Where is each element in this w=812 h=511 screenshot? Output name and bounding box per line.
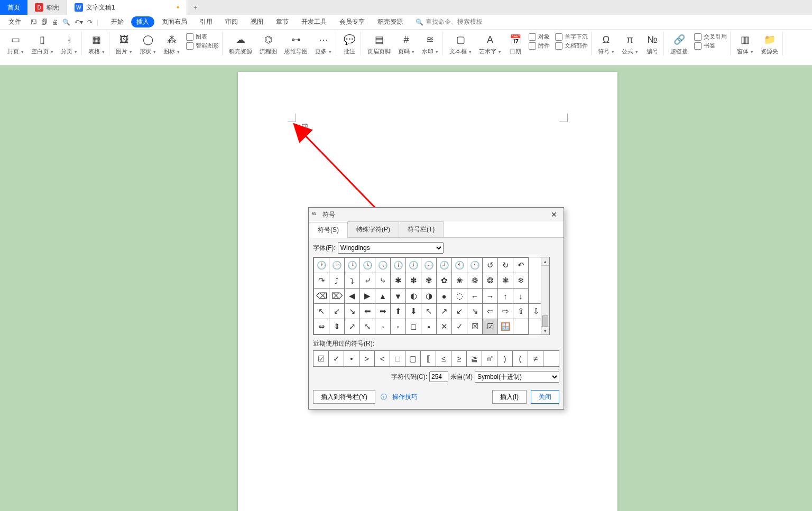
shape-button[interactable]: ◯形状 bbox=[139, 32, 157, 55]
attach-button[interactable]: 附件 bbox=[529, 42, 550, 50]
scroll-up-icon[interactable]: ▴ bbox=[541, 257, 549, 266]
symbol-cell[interactable]: ✾ bbox=[421, 273, 437, 289]
symbol-button[interactable]: Ω符号 bbox=[597, 32, 615, 55]
symbol-cell[interactable]: 🕕 bbox=[391, 258, 406, 273]
symbol-cell[interactable]: ▶ bbox=[360, 289, 375, 304]
recent-symbol-cell[interactable]: • bbox=[344, 351, 359, 366]
charcode-input[interactable] bbox=[429, 371, 448, 382]
cover-button[interactable]: ▭封页 bbox=[6, 32, 25, 55]
symbol-cell[interactable]: 🕖 bbox=[406, 258, 421, 273]
save-icon[interactable]: 🖫 bbox=[31, 18, 37, 26]
watermark-button[interactable]: ≋水印 bbox=[421, 32, 439, 55]
resfolder-button[interactable]: 📁资源夹 bbox=[760, 32, 779, 55]
headerfooter-button[interactable]: ▤页眉页脚 bbox=[366, 32, 392, 55]
menu-layout[interactable]: 页面布局 bbox=[156, 16, 192, 27]
menu-view[interactable]: 视图 bbox=[245, 16, 269, 27]
symbol-cell[interactable]: ❂ bbox=[483, 273, 498, 289]
recent-symbol-cell[interactable]: > bbox=[359, 351, 375, 366]
insert-to-bar-button[interactable]: 插入到符号栏(Y) bbox=[313, 390, 375, 404]
symbol-cell[interactable]: ⇧ bbox=[513, 304, 529, 319]
undo-icon[interactable]: ↶▾ bbox=[75, 18, 83, 26]
saveas-icon[interactable]: 🗐 bbox=[41, 18, 48, 26]
symbol-cell[interactable]: ⤵ bbox=[345, 273, 360, 289]
symbol-cell[interactable]: ⌫ bbox=[314, 289, 329, 304]
pagenum-button[interactable]: #页码 bbox=[397, 32, 416, 55]
menu-review[interactable]: 审阅 bbox=[220, 16, 243, 27]
picture-button[interactable]: 🖼图片 bbox=[115, 32, 133, 55]
dropcap-button[interactable]: 首字下沉 bbox=[555, 33, 588, 41]
symbol-cell[interactable]: 🕒 bbox=[345, 258, 360, 273]
object-button[interactable]: 对象 bbox=[529, 33, 550, 41]
symbol-cell[interactable]: ⇕ bbox=[329, 319, 345, 335]
symbol-cell[interactable]: ↑ bbox=[498, 289, 513, 304]
symbol-cell[interactable]: ◻ bbox=[406, 319, 421, 335]
symbol-cell[interactable]: 🕗 bbox=[421, 258, 437, 273]
textbox-button[interactable]: ▢文本框 bbox=[448, 32, 473, 55]
tab-home[interactable]: 首页 bbox=[0, 0, 27, 15]
symbol-cell[interactable]: ✕ bbox=[437, 319, 452, 335]
symbol-cell[interactable]: ↓ bbox=[513, 289, 529, 304]
symbol-cell[interactable]: ⬆ bbox=[391, 304, 406, 319]
number-button[interactable]: №编号 bbox=[644, 32, 660, 55]
symbol-cell[interactable]: ⤴ bbox=[329, 273, 345, 289]
wordart-button[interactable]: A艺术字 bbox=[478, 32, 502, 55]
command-search[interactable]: 🔍 查找命令、搜索模板 bbox=[416, 17, 483, 26]
add-tab-button[interactable]: ＋ bbox=[187, 0, 204, 15]
symbol-cell[interactable]: 🪟 bbox=[498, 319, 513, 335]
more-button[interactable]: ⋯更多 bbox=[314, 32, 333, 55]
insert-button[interactable]: 插入(I) bbox=[492, 390, 527, 404]
symbol-cell[interactable]: ◐ bbox=[406, 289, 421, 304]
symbol-cell[interactable]: ◀ bbox=[345, 289, 360, 304]
recent-symbol-cell[interactable]: ≧ bbox=[467, 351, 482, 366]
dockerres-button[interactable]: ☁稻壳资源 bbox=[228, 32, 253, 55]
symbol-cell[interactable]: ↘ bbox=[345, 304, 360, 319]
flowchart-button[interactable]: ⌬流程图 bbox=[259, 32, 278, 55]
symbol-cell[interactable]: ▼ bbox=[391, 289, 406, 304]
symbol-cell[interactable]: ✓ bbox=[452, 319, 467, 335]
symbol-cell[interactable]: 🕑 bbox=[329, 258, 345, 273]
recent-symbol-cell[interactable]: □ bbox=[390, 351, 405, 366]
menu-dev[interactable]: 开发工具 bbox=[296, 16, 332, 27]
tab-symbolbar[interactable]: 符号栏(T) bbox=[399, 221, 444, 237]
symbol-cell[interactable]: ↶ bbox=[513, 258, 529, 273]
symbol-cell[interactable]: ▪ bbox=[421, 319, 437, 335]
symbol-cell[interactable]: 🕓 bbox=[360, 258, 375, 273]
hyperlink-button[interactable]: 🔗超链接 bbox=[669, 32, 689, 55]
symbol-cell[interactable]: ☑ bbox=[483, 319, 498, 335]
recent-symbol-cell[interactable]: ) bbox=[497, 351, 513, 366]
symbol-cell[interactable]: ☒ bbox=[467, 319, 483, 335]
smartart-button[interactable]: 智能图形 bbox=[186, 42, 219, 50]
tab-docker[interactable]: D稻壳 bbox=[27, 0, 67, 15]
symbol-cell[interactable]: ↖ bbox=[421, 304, 437, 319]
close-button[interactable]: 关闭 bbox=[531, 390, 559, 404]
scroll-down-icon[interactable]: ▾ bbox=[541, 326, 549, 335]
symbol-cell[interactable]: ▲ bbox=[375, 289, 391, 304]
preview-icon[interactable]: 🔍 bbox=[62, 18, 70, 26]
symbol-cell[interactable]: 🕚 bbox=[467, 258, 483, 273]
menu-vip[interactable]: 会员专享 bbox=[334, 16, 370, 27]
redo-icon[interactable]: ↷ bbox=[87, 18, 93, 26]
pane-button[interactable]: ▥窗体 bbox=[736, 32, 754, 55]
symbol-cell[interactable]: ↙ bbox=[329, 304, 345, 319]
symbol-cell[interactable]: 🕔 bbox=[375, 258, 391, 273]
scroll-thumb[interactable] bbox=[542, 315, 548, 327]
recent-symbol-cell[interactable]: ㎡ bbox=[482, 351, 497, 366]
recent-symbol-cell[interactable]: ≤ bbox=[436, 351, 451, 366]
pagebreak-button[interactable]: ⫞分页 bbox=[60, 32, 78, 55]
from-select[interactable]: Symbol(十进制) bbox=[475, 371, 559, 383]
symbol-cell[interactable] bbox=[513, 319, 529, 335]
symbol-cell[interactable]: ⇨ bbox=[498, 304, 513, 319]
comment-button[interactable]: 💬批注 bbox=[342, 32, 357, 55]
docpart-button[interactable]: 文档部件 bbox=[555, 42, 588, 50]
symbol-cell[interactable]: ⬇ bbox=[406, 304, 421, 319]
symbol-cell[interactable]: ● bbox=[437, 289, 452, 304]
iconlib-button[interactable]: ⁂图标 bbox=[162, 32, 181, 55]
close-icon[interactable]: ✕ bbox=[548, 210, 560, 219]
symbol-cell[interactable]: ◑ bbox=[421, 289, 437, 304]
symbol-cell[interactable]: ⤢ bbox=[345, 319, 360, 335]
menu-section[interactable]: 章节 bbox=[271, 16, 294, 27]
symbol-cell[interactable]: ⇔ bbox=[314, 319, 329, 335]
symbol-cell[interactable]: ⇦ bbox=[483, 304, 498, 319]
symbol-cell[interactable]: ✱ bbox=[391, 273, 406, 289]
symbol-cell[interactable]: ⤷ bbox=[375, 273, 391, 289]
